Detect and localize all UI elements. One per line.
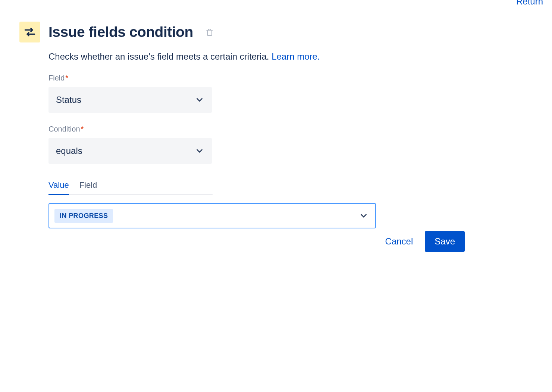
tab-field[interactable]: Field (79, 180, 97, 195)
chevron-down-icon (359, 211, 368, 221)
condition-type-icon (19, 22, 40, 42)
tab-value[interactable]: Value (48, 180, 69, 195)
return-link[interactable]: Return (516, 0, 543, 7)
required-indicator: * (81, 125, 84, 133)
panel-description: Checks whether an issue's field meets a … (48, 51, 467, 62)
condition-select-value: equals (56, 146, 82, 156)
delete-icon[interactable] (205, 28, 214, 37)
field-select-value: Status (56, 95, 81, 105)
status-lozenge: IN PROGRESS (54, 209, 113, 223)
panel-header: Issue fields condition (19, 22, 467, 42)
condition-label-text: Condition (48, 125, 80, 133)
field-label: Field* (48, 74, 467, 82)
chevron-down-icon (195, 146, 204, 156)
condition-config-panel: Issue fields condition Checks whether an… (19, 22, 467, 228)
chevron-down-icon (195, 95, 204, 105)
value-select[interactable]: IN PROGRESS (48, 203, 376, 228)
field-label-text: Field (48, 74, 65, 82)
value-mode-tabs: Value Field (48, 180, 213, 195)
description-text: Checks whether an issue's field meets a … (48, 51, 272, 61)
required-indicator: * (65, 74, 68, 82)
learn-more-link[interactable]: Learn more. (272, 51, 320, 61)
field-select[interactable]: Status (48, 87, 212, 113)
condition-label: Condition* (48, 125, 467, 133)
panel-title: Issue fields condition (48, 24, 193, 40)
save-button[interactable]: Save (425, 231, 465, 252)
condition-select[interactable]: equals (48, 138, 212, 164)
footer-actions: Cancel Save (19, 231, 465, 252)
cancel-button[interactable]: Cancel (384, 232, 415, 251)
